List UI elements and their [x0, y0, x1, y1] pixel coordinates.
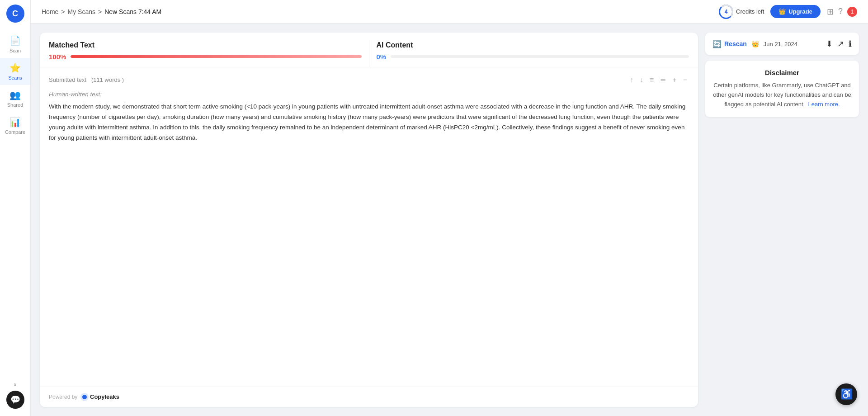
credits-badge: 4 Credits left: [719, 5, 764, 19]
compare-icon: 📊: [9, 117, 21, 128]
credits-label: Credits left: [736, 8, 764, 15]
sidebar-item-scan-label: Scan: [9, 48, 21, 53]
breadcrumb-current: New Scans 7:44 AM: [104, 8, 161, 15]
sidebar-item-scans[interactable]: ⭐ Scans: [0, 58, 30, 85]
ai-bar-row: 0%: [377, 53, 689, 61]
ai-content-label: AI Content: [377, 41, 689, 49]
chat-button[interactable]: 💬: [6, 391, 24, 409]
matched-text-block: Matched Text 100%: [49, 41, 362, 66]
learn-more-link[interactable]: Learn more.: [808, 101, 840, 108]
info-button[interactable]: ℹ: [849, 39, 852, 49]
minus-btn[interactable]: −: [681, 75, 689, 85]
credits-circle: 4: [719, 5, 733, 19]
text-actions: ↑ ↓ ≡ ≣ + −: [628, 75, 689, 85]
svg-text:Copyleaks: Copyleaks: [90, 393, 119, 400]
ai-content-block: AI Content 0%: [377, 41, 689, 66]
copyleaks-logo-svg: Copyleaks: [80, 392, 121, 402]
rescan-label: Rescan: [724, 40, 747, 47]
ai-bar-track: [391, 55, 689, 58]
breadcrumb-sep2: >: [98, 8, 102, 15]
matched-bar-row: 100%: [49, 53, 362, 61]
matched-bar-track: [71, 55, 361, 58]
header-right: 4 Credits left 👑 Upgrade ⊞ ? 1: [719, 5, 857, 19]
scan-header: Matched Text 100% AI Content 0%: [40, 33, 698, 67]
arrow-up-btn[interactable]: ↑: [628, 75, 635, 85]
align-right-btn[interactable]: ≣: [658, 75, 668, 85]
powered-by-text: Powered by: [49, 394, 77, 400]
scan-body: Submitted text (111 words ) ↑ ↓ ≡ ≣ + − …: [40, 67, 698, 387]
crown-upgrade-icon: 👑: [778, 8, 786, 15]
arrow-down-btn[interactable]: ↓: [638, 75, 645, 85]
sidebar-item-scan[interactable]: 📄 Scan: [0, 31, 30, 58]
scan-text: Human-written text: With the modern stud…: [49, 90, 689, 143]
download-button[interactable]: ⬇: [826, 39, 833, 49]
scans-icon: ⭐: [9, 62, 21, 73]
rescan-button[interactable]: 🔄 Rescan: [712, 40, 747, 48]
credits-count: 4: [725, 9, 728, 15]
scan-date: Jun 21, 2024: [764, 41, 821, 47]
main-content: Home > My Scans > New Scans 7:44 AM 4 Cr…: [31, 0, 868, 416]
breadcrumb: Home > My Scans > New Scans 7:44 AM: [42, 8, 161, 15]
svg-point-1: [82, 395, 87, 399]
sidebar-bottom: x 💬: [6, 382, 24, 416]
grid-icon[interactable]: ⊞: [827, 7, 834, 17]
scan-panel: Matched Text 100% AI Content 0%: [40, 33, 698, 407]
shared-icon: 👥: [9, 90, 21, 100]
submitted-label: Submitted text (111 words ): [49, 76, 124, 83]
sidebar: C 📄 Scan ⭐ Scans 👥 Shared 📊 Compare x 💬: [0, 0, 31, 416]
disclaimer-text: Certain platforms, like Grammarly, use C…: [712, 81, 852, 109]
upgrade-button[interactable]: 👑 Upgrade: [770, 5, 821, 18]
add-btn[interactable]: +: [670, 75, 678, 85]
help-icon[interactable]: ?: [838, 7, 843, 16]
notification-icon[interactable]: 1: [847, 7, 857, 17]
content-area: Matched Text 100% AI Content 0%: [31, 24, 868, 416]
powered-by: Powered by Copyleaks: [49, 392, 121, 402]
matched-pct: 100%: [49, 53, 66, 61]
submitted-text-header: Submitted text (111 words ) ↑ ↓ ≡ ≣ + −: [49, 75, 689, 85]
ai-pct: 0%: [377, 53, 387, 61]
divider-vertical: [369, 40, 369, 67]
breadcrumb-home[interactable]: Home: [42, 8, 58, 15]
upgrade-label: Upgrade: [788, 8, 812, 15]
align-left-btn[interactable]: ≡: [648, 75, 656, 85]
disclaimer-title: Disclaimer: [712, 69, 852, 76]
accessibility-button[interactable]: ♿: [835, 383, 857, 405]
share-button[interactable]: ↗: [837, 39, 844, 49]
sidebar-item-scans-label: Scans: [8, 75, 22, 80]
sidebar-item-compare-label: Compare: [5, 129, 25, 135]
scan-footer: Powered by Copyleaks: [40, 387, 698, 407]
word-count: (111 words ): [91, 76, 124, 83]
refresh-icon: 🔄: [712, 40, 722, 48]
app-logo[interactable]: C: [6, 5, 24, 23]
disclaimer-card: Disclaimer Certain platforms, like Gramm…: [705, 61, 859, 117]
matched-bar-fill: [71, 55, 361, 58]
matched-text-label: Matched Text: [49, 41, 362, 49]
action-bar: 🔄 Rescan 👑 Jun 21, 2024 ⬇ ↗ ℹ: [705, 33, 859, 55]
breadcrumb-sep1: >: [61, 8, 65, 15]
header-icons: ⊞ ? 1: [827, 7, 857, 17]
sidebar-item-shared[interactable]: 👥 Shared: [0, 85, 30, 112]
header: Home > My Scans > New Scans 7:44 AM 4 Cr…: [31, 0, 868, 24]
right-panel: 🔄 Rescan 👑 Jun 21, 2024 ⬇ ↗ ℹ Disclaimer…: [705, 33, 859, 407]
sidebar-item-compare[interactable]: 📊 Compare: [0, 112, 30, 139]
human-written-label: Human-written text:: [49, 90, 689, 100]
scan-icon: 📄: [9, 35, 21, 46]
rescan-crown-icon: 👑: [751, 40, 759, 47]
close-chat-label[interactable]: x: [14, 382, 17, 387]
action-icons: ⬇ ↗ ℹ: [826, 39, 852, 49]
sidebar-item-shared-label: Shared: [7, 102, 23, 108]
scan-text-body: With the modern study, we demonstrated t…: [49, 103, 685, 141]
breadcrumb-my-scans[interactable]: My Scans: [68, 8, 95, 15]
